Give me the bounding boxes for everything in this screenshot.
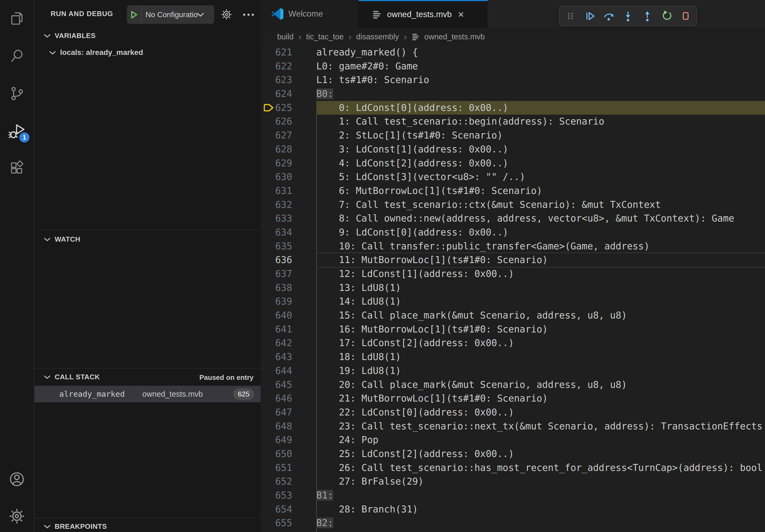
code-line[interactable]: 627 2: StLoc[1](ts#1#0: Scenario): [261, 129, 765, 142]
line-number[interactable]: 629: [261, 156, 292, 170]
line-number[interactable]: 637: [261, 267, 292, 281]
code-line[interactable]: 640 15: Call place_mark(&mut Scenario, a…: [261, 309, 765, 323]
code-line[interactable]: 621already_marked() {: [261, 46, 765, 60]
line-number[interactable]: 621: [261, 46, 292, 60]
line-number[interactable]: 652: [261, 475, 292, 489]
code-editor[interactable]: 621already_marked() {622L0: game#2#0: Ga…: [261, 46, 765, 532]
step-into-button[interactable]: [622, 10, 634, 22]
code-line[interactable]: 645 20: Call place_mark(&mut Scenario, a…: [261, 378, 765, 392]
line-number[interactable]: 648: [261, 419, 292, 433]
line-number[interactable]: 641: [261, 323, 292, 337]
code-line[interactable]: 623L1: ts#1#0: Scenario: [261, 73, 765, 87]
line-number[interactable]: 627: [261, 129, 292, 142]
close-icon[interactable]: ✕: [457, 10, 464, 19]
line-number[interactable]: 634: [261, 226, 292, 239]
tab-owned-tests[interactable]: owned_tests.mvb ✕: [359, 0, 488, 28]
watch-section-header[interactable]: WATCH: [43, 235, 80, 243]
code-line[interactable]: 646 21: MutBorrowLoc[1](ts#1#0: Scenario…: [261, 392, 765, 405]
code-line[interactable]: 647 22: LdConst[0](address: 0x00..): [261, 405, 765, 419]
line-number[interactable]: 640: [261, 309, 292, 323]
continue-button[interactable]: [583, 10, 596, 22]
code-line[interactable]: 653B1:: [261, 489, 765, 502]
line-number[interactable]: 645: [261, 378, 292, 392]
line-number[interactable]: 636: [261, 253, 292, 267]
breadcrumb-item[interactable]: tic_tac_toe: [306, 32, 344, 41]
call-stack-frame-row[interactable]: already_marked owned_tests.mvb 625: [35, 386, 261, 402]
code-line[interactable]: 636 11: MutBorrowLoc[1](ts#1#0: Scenario…: [261, 253, 765, 267]
line-number[interactable]: 638: [261, 281, 292, 295]
code-line[interactable]: 622L0: game#2#0: Game: [261, 60, 765, 73]
line-number[interactable]: 644: [261, 364, 292, 378]
launch-config-dropdown[interactable]: No Configurations: [127, 5, 214, 24]
code-line[interactable]: 638 13: LdU8(1): [261, 281, 765, 295]
line-number[interactable]: 655: [261, 516, 292, 530]
code-line[interactable]: 649 24: Pop: [261, 433, 765, 447]
code-line[interactable]: 637 12: LdConst[1](address: 0x00..): [261, 267, 765, 281]
code-line[interactable]: 629 4: LdConst[2](address: 0x00..): [261, 156, 765, 170]
line-number[interactable]: 632: [261, 198, 292, 212]
line-number[interactable]: 653: [261, 489, 292, 502]
line-number[interactable]: 622: [261, 60, 292, 73]
line-number[interactable]: 647: [261, 405, 292, 419]
breadcrumb-item[interactable]: disassembly: [356, 32, 399, 41]
line-number[interactable]: 650: [261, 447, 292, 461]
code-line[interactable]: 639 14: LdU8(1): [261, 295, 765, 309]
step-out-button[interactable]: [641, 10, 653, 22]
line-number[interactable]: 633: [261, 212, 292, 226]
section-divider[interactable]: [35, 230, 261, 230]
locals-scope-row[interactable]: locals: already_marked: [49, 48, 143, 57]
step-over-button[interactable]: [602, 10, 615, 22]
code-line[interactable]: 655B2:: [261, 516, 765, 530]
line-number[interactable]: 642: [261, 336, 292, 350]
debug-toolbar[interactable]: [559, 6, 697, 26]
line-number[interactable]: 649: [261, 433, 292, 447]
code-line[interactable]: 628 3: LdConst[1](address: 0x00..): [261, 142, 765, 156]
code-line[interactable]: 641 16: MutBorrowLoc[1](ts#1#0: Scenario…: [261, 323, 765, 337]
code-line[interactable]: 644 19: LdU8(1): [261, 364, 765, 378]
debug-settings-gear-icon[interactable]: [221, 9, 232, 20]
breadcrumb[interactable]: build›tic_tac_toe›disassembly›owned_test…: [261, 28, 765, 46]
code-line[interactable]: 631 6: MutBorrowLoc[1](ts#1#0: Scenario): [261, 184, 765, 198]
code-line[interactable]: 648 23: Call test_scenario::next_tx(&mut…: [261, 419, 765, 433]
line-number[interactable]: 628: [261, 142, 292, 156]
breadcrumb-item[interactable]: build: [277, 32, 294, 41]
code-line[interactable]: 625 0: LdConst[0](address: 0x00..): [261, 101, 765, 115]
code-line[interactable]: 624B0:: [261, 87, 765, 101]
debug-start-icon[interactable]: [127, 5, 142, 24]
section-divider[interactable]: [35, 518, 261, 518]
line-number[interactable]: 643: [261, 350, 292, 364]
code-line[interactable]: 650 25: LdConst[2](address: 0x00..): [261, 447, 765, 461]
code-line[interactable]: 652 27: BrFalse(29): [261, 475, 765, 489]
code-line[interactable]: 633 8: Call owned::new(address, address,…: [261, 212, 765, 226]
line-number[interactable]: 651: [261, 461, 292, 475]
code-line[interactable]: 651 26: Call test_scenario::has_most_rec…: [261, 461, 765, 475]
code-line[interactable]: 654 28: Branch(31): [261, 502, 765, 516]
line-number[interactable]: 631: [261, 184, 292, 198]
code-line[interactable]: 635 10: Call transfer::public_transfer<G…: [261, 239, 765, 253]
restart-button[interactable]: [660, 10, 672, 22]
line-number[interactable]: 654: [261, 502, 292, 516]
breadcrumb-item[interactable]: owned_tests.mvb: [424, 32, 485, 41]
settings-gear-icon[interactable]: [0, 508, 34, 524]
line-number[interactable]: 630: [261, 170, 292, 184]
source-control-icon[interactable]: [0, 85, 34, 101]
more-actions-icon[interactable]: [242, 13, 255, 17]
code-line[interactable]: 643 18: LdU8(1): [261, 350, 765, 364]
variables-section-header[interactable]: VARIABLES: [43, 32, 96, 40]
line-number[interactable]: 639: [261, 295, 292, 309]
line-number[interactable]: 624: [261, 87, 292, 101]
line-number[interactable]: 626: [261, 115, 292, 129]
code-line[interactable]: 634 9: LdConst[0](address: 0x00..): [261, 226, 765, 239]
code-line[interactable]: 630 5: LdConst[3](vector<u8>: "" /..): [261, 170, 765, 184]
line-number[interactable]: 623: [261, 73, 292, 87]
code-line[interactable]: 642 17: LdConst[2](address: 0x00..): [261, 336, 765, 350]
extensions-icon[interactable]: [0, 160, 34, 176]
call-stack-section-header[interactable]: CALL STACK: [43, 373, 100, 381]
code-line[interactable]: 626 1: Call test_scenario::begin(address…: [261, 115, 765, 129]
drag-handle-icon[interactable]: [564, 10, 576, 22]
stop-button[interactable]: [679, 10, 692, 22]
tab-welcome[interactable]: Welcome: [261, 0, 359, 28]
account-icon[interactable]: [0, 471, 34, 487]
breakpoints-section-header[interactable]: BREAKPOINTS: [43, 522, 107, 531]
code-line[interactable]: 632 7: Call test_scenario::ctx(&mut Scen…: [261, 198, 765, 212]
